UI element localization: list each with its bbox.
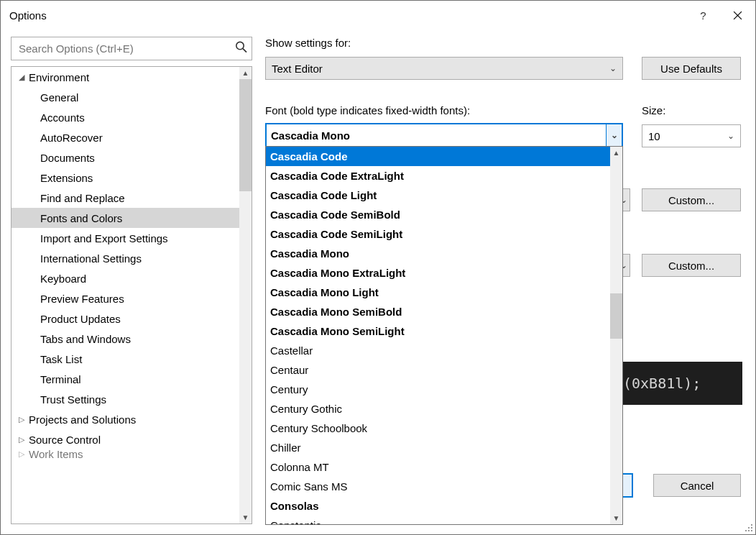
- tree-item-accounts[interactable]: Accounts: [11, 107, 239, 127]
- tree-item-extensions[interactable]: Extensions: [11, 168, 239, 188]
- close-icon: [733, 11, 742, 20]
- tree-item-environment[interactable]: ◢Environment: [11, 67, 239, 87]
- font-dropdown-list[interactable]: Cascadia CodeCascadia Code ExtraLightCas…: [266, 147, 610, 524]
- dropdown-scrollbar[interactable]: ▲ ▼: [610, 147, 622, 524]
- font-option[interactable]: Century Schoolbook: [266, 419, 610, 438]
- font-option[interactable]: Cascadia Mono: [266, 244, 610, 263]
- tree-item-trust-settings[interactable]: Trust Settings: [11, 389, 239, 409]
- tree-item-task-list[interactable]: Task List: [11, 349, 239, 369]
- font-option[interactable]: Cascadia Mono SemiLight: [266, 321, 610, 341]
- custom-button-2[interactable]: Custom...: [642, 254, 741, 277]
- font-option[interactable]: Consolas: [266, 496, 610, 516]
- scroll-up-icon[interactable]: ▲: [239, 67, 252, 79]
- font-option[interactable]: Cascadia Mono SemiBold: [266, 302, 610, 321]
- svg-rect-3: [748, 530, 750, 531]
- font-option[interactable]: Century Gothic: [266, 399, 610, 419]
- font-option[interactable]: Cascadia Code ExtraLight: [266, 166, 610, 186]
- font-combo-dropdown-button[interactable]: ⌄: [606, 124, 622, 146]
- size-label: Size:: [642, 104, 665, 116]
- svg-rect-7: [751, 524, 752, 526]
- tree-toggle-icon: ▷: [16, 449, 27, 459]
- use-defaults-button[interactable]: Use Defaults: [642, 57, 741, 80]
- font-option[interactable]: Comic Sans MS: [266, 477, 610, 496]
- left-pane: ◢EnvironmentGeneralAccountsAutoRecoverDo…: [11, 37, 252, 524]
- tree-item-projects-and-solutions[interactable]: ▷Projects and Solutions: [11, 409, 239, 429]
- svg-rect-2: [751, 530, 752, 531]
- tree-item-fonts-and-colors[interactable]: Fonts and Colors: [11, 208, 239, 228]
- font-dropdown: Cascadia CodeCascadia Code ExtraLightCas…: [265, 146, 623, 525]
- cancel-button[interactable]: Cancel: [653, 474, 741, 497]
- options-dialog: Options ? ◢EnvironmentGeneralAccountsAut…: [0, 0, 756, 535]
- font-option[interactable]: Chiller: [266, 438, 610, 457]
- font-option[interactable]: Cascadia Code SemiLight: [266, 224, 610, 244]
- custom-button-1[interactable]: Custom...: [642, 188, 741, 211]
- tree-item-documents[interactable]: Documents: [11, 147, 239, 168]
- tree-item-work-items[interactable]: ▷Work Items: [11, 444, 239, 464]
- tree-item-terminal[interactable]: Terminal: [11, 369, 239, 389]
- size-value: 10: [648, 130, 660, 142]
- titlebar: Options ?: [1, 1, 755, 29]
- scroll-thumb[interactable]: [239, 79, 252, 191]
- tree-item-preview-features[interactable]: Preview Features: [11, 288, 239, 308]
- tree-item-autorecover[interactable]: AutoRecover: [11, 127, 239, 147]
- svg-line-1: [243, 48, 246, 52]
- show-settings-value: Text Editor: [272, 63, 323, 75]
- tree-toggle-icon: ▷: [16, 415, 27, 424]
- font-combo[interactable]: Cascadia Mono ⌄: [265, 123, 623, 147]
- search-icon: [235, 40, 247, 56]
- font-option[interactable]: Centaur: [266, 360, 610, 380]
- font-option[interactable]: Constantia: [266, 516, 610, 524]
- svg-rect-4: [751, 527, 752, 529]
- svg-rect-5: [745, 530, 747, 531]
- options-tree: ◢EnvironmentGeneralAccountsAutoRecoverDo…: [11, 66, 252, 524]
- svg-point-0: [236, 42, 244, 49]
- chevron-down-icon: ⌄: [609, 63, 617, 73]
- tree-item-product-updates[interactable]: Product Updates: [11, 308, 239, 329]
- font-option[interactable]: Century: [266, 380, 610, 399]
- font-option[interactable]: Cascadia Mono Light: [266, 283, 610, 302]
- font-combo-value: Cascadia Mono: [271, 129, 350, 142]
- scroll-thumb[interactable]: [610, 293, 622, 339]
- tree-item-find-and-replace[interactable]: Find and Replace: [11, 188, 239, 208]
- scroll-down-icon[interactable]: ▼: [610, 512, 622, 524]
- font-option[interactable]: Colonna MT: [266, 457, 610, 477]
- chevron-down-icon: ⌄: [611, 130, 618, 140]
- font-option[interactable]: Cascadia Code Light: [266, 186, 610, 205]
- chevron-down-icon: ⌄: [727, 131, 734, 141]
- font-option[interactable]: Cascadia Code SemiBold: [266, 205, 610, 224]
- tree-item-general[interactable]: General: [11, 87, 239, 107]
- resize-grip-icon[interactable]: [744, 523, 754, 533]
- font-option[interactable]: Cascadia Code: [266, 147, 610, 166]
- svg-rect-6: [748, 527, 750, 529]
- sample-preview: (0xB81l);: [620, 362, 742, 405]
- show-settings-label: Show settings for:: [265, 37, 351, 49]
- tree-item-keyboard[interactable]: Keyboard: [11, 268, 239, 288]
- tree-toggle-icon: ◢: [16, 73, 27, 82]
- tree-scrollbar[interactable]: ▲ ▼: [239, 67, 252, 523]
- tree-item-tabs-and-windows[interactable]: Tabs and Windows: [11, 329, 239, 349]
- tree-item-import-and-export-settings[interactable]: Import and Export Settings: [11, 228, 239, 248]
- search-box[interactable]: [11, 37, 252, 60]
- font-option[interactable]: Cascadia Mono ExtraLight: [266, 263, 610, 283]
- tree-item-international-settings[interactable]: International Settings: [11, 248, 239, 268]
- right-pane: Show settings for: Text Editor ⌄ Use Def…: [265, 37, 745, 524]
- show-settings-combo[interactable]: Text Editor ⌄: [265, 57, 623, 80]
- close-button[interactable]: [719, 4, 755, 26]
- search-input[interactable]: [17, 42, 227, 55]
- size-combo[interactable]: 10 ⌄: [642, 124, 741, 147]
- font-option[interactable]: Castellar: [266, 341, 610, 360]
- scroll-up-icon[interactable]: ▲: [610, 147, 622, 159]
- help-button[interactable]: ?: [687, 4, 719, 26]
- tree-toggle-icon: ▷: [16, 435, 27, 444]
- font-label: Font (bold type indicates fixed-width fo…: [265, 104, 470, 116]
- window-title: Options: [9, 9, 47, 22]
- scroll-down-icon[interactable]: ▼: [239, 511, 252, 523]
